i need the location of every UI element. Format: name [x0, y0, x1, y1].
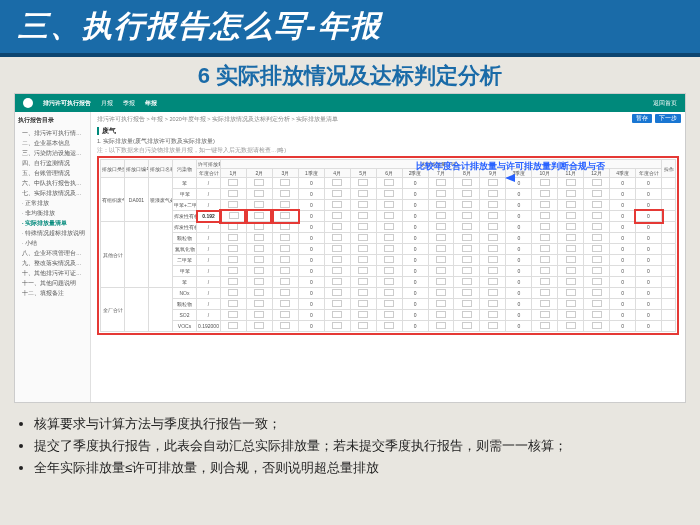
value-input[interactable] [384, 234, 394, 241]
value-input[interactable] [384, 256, 394, 263]
value-input[interactable] [566, 256, 576, 263]
value-input[interactable] [228, 179, 238, 186]
value-input[interactable] [566, 278, 576, 285]
sidebar-item[interactable]: · 实际排放量清单 [18, 218, 87, 228]
value-input[interactable] [332, 278, 342, 285]
value-input[interactable] [566, 245, 576, 252]
nav-back-home[interactable]: 返回首页 [653, 99, 677, 108]
value-input[interactable] [566, 190, 576, 197]
value-input[interactable] [436, 245, 446, 252]
value-input[interactable] [592, 223, 602, 230]
value-input[interactable] [358, 245, 368, 252]
value-input[interactable] [540, 190, 550, 197]
sidebar-item[interactable]: 四、自行监测情况 [18, 158, 87, 168]
value-input[interactable] [462, 223, 472, 230]
value-input[interactable] [280, 245, 290, 252]
value-input[interactable] [280, 212, 290, 219]
value-input[interactable] [436, 223, 446, 230]
value-input[interactable] [566, 212, 576, 219]
value-input[interactable] [488, 278, 498, 285]
value-input[interactable] [436, 322, 446, 329]
value-input[interactable] [254, 201, 264, 208]
value-input[interactable] [592, 278, 602, 285]
sidebar-item[interactable]: · 小结 [18, 238, 87, 248]
value-input[interactable] [384, 190, 394, 197]
value-input[interactable] [254, 278, 264, 285]
value-input[interactable] [436, 300, 446, 307]
value-input[interactable] [228, 322, 238, 329]
value-input[interactable] [488, 212, 498, 219]
value-input[interactable] [254, 223, 264, 230]
value-input[interactable] [384, 300, 394, 307]
value-input[interactable] [592, 267, 602, 274]
value-input[interactable] [540, 179, 550, 186]
value-input[interactable] [358, 190, 368, 197]
value-input[interactable] [228, 256, 238, 263]
value-input[interactable] [462, 289, 472, 296]
value-input[interactable] [280, 278, 290, 285]
value-input[interactable] [332, 322, 342, 329]
value-input[interactable] [332, 289, 342, 296]
value-input[interactable] [280, 179, 290, 186]
value-input[interactable] [540, 300, 550, 307]
value-input[interactable] [358, 300, 368, 307]
sidebar-item[interactable]: 六、中队执行报告执行监督信息 [18, 178, 87, 188]
value-input[interactable] [228, 289, 238, 296]
value-input[interactable] [462, 322, 472, 329]
value-input[interactable] [332, 300, 342, 307]
sidebar-item[interactable]: 三、污染防治设施运行情况 [18, 148, 87, 158]
value-input[interactable] [436, 234, 446, 241]
value-input[interactable] [488, 311, 498, 318]
value-input[interactable] [592, 190, 602, 197]
value-input[interactable] [228, 234, 238, 241]
value-input[interactable] [436, 311, 446, 318]
value-input[interactable] [540, 245, 550, 252]
value-input[interactable] [462, 256, 472, 263]
sidebar-item[interactable]: 五、台账管理情况 [18, 168, 87, 178]
sidebar-item[interactable]: · 非均衡排放 [18, 208, 87, 218]
value-input[interactable] [540, 223, 550, 230]
value-input[interactable] [254, 267, 264, 274]
value-input[interactable] [488, 179, 498, 186]
sidebar-item[interactable]: 十二、填报备注 [18, 288, 87, 298]
value-input[interactable] [254, 179, 264, 186]
value-input[interactable] [566, 289, 576, 296]
value-input[interactable] [488, 256, 498, 263]
save-temp-button[interactable]: 暂存 [632, 114, 652, 123]
value-input[interactable] [436, 212, 446, 219]
value-input[interactable] [592, 256, 602, 263]
value-input[interactable] [436, 289, 446, 296]
value-input[interactable] [566, 223, 576, 230]
value-input[interactable] [540, 201, 550, 208]
value-input[interactable] [228, 190, 238, 197]
value-input[interactable] [566, 322, 576, 329]
sidebar-item[interactable]: 八、企业环境管理台账记录执行情况 [18, 248, 87, 258]
value-input[interactable] [566, 300, 576, 307]
value-input[interactable] [436, 190, 446, 197]
sidebar-item[interactable]: 一、排污许可执行情况汇总表 [18, 128, 87, 138]
value-input[interactable] [254, 289, 264, 296]
value-input[interactable] [384, 267, 394, 274]
value-input[interactable] [592, 234, 602, 241]
sidebar-item[interactable]: 十、其他排污许可证规定的内容执行… [18, 268, 87, 278]
value-input[interactable] [566, 201, 576, 208]
value-input[interactable] [280, 234, 290, 241]
value-input[interactable] [254, 245, 264, 252]
value-input[interactable] [462, 300, 472, 307]
value-input[interactable] [358, 234, 368, 241]
value-input[interactable] [436, 267, 446, 274]
value-input[interactable] [540, 278, 550, 285]
value-input[interactable] [436, 201, 446, 208]
value-input[interactable] [228, 201, 238, 208]
value-input[interactable] [566, 311, 576, 318]
value-input[interactable] [358, 289, 368, 296]
value-input[interactable] [228, 267, 238, 274]
value-input[interactable] [280, 311, 290, 318]
value-input[interactable] [358, 267, 368, 274]
value-input[interactable] [254, 190, 264, 197]
value-input[interactable] [384, 212, 394, 219]
sidebar-item[interactable]: 二、企业基本信息 [18, 138, 87, 148]
value-input[interactable] [592, 322, 602, 329]
value-input[interactable] [436, 179, 446, 186]
value-input[interactable] [462, 212, 472, 219]
